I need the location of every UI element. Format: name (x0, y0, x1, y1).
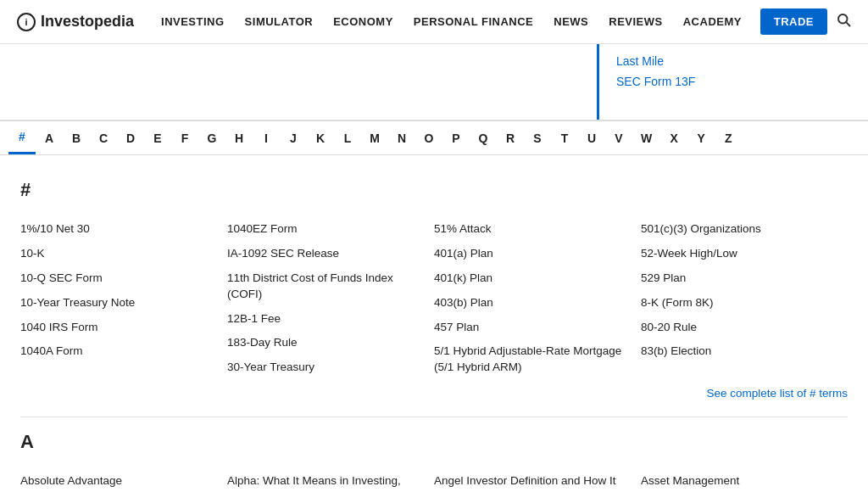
term-link[interactable]: 403(b) Plan (434, 295, 627, 311)
trade-button[interactable]: TRADE (760, 8, 827, 35)
nav-link-personal-finance[interactable]: PERSONAL FINANCE (414, 15, 533, 28)
alpha-nav-F[interactable]: F (171, 123, 198, 154)
term-link[interactable]: 11th District Cost of Funds Index (COFI) (227, 271, 420, 303)
nav-link-academy[interactable]: ACADEMY (683, 15, 742, 28)
alpha-nav-L[interactable]: L (334, 123, 361, 154)
term-link[interactable]: 401(k) Plan (434, 271, 627, 287)
term-link[interactable]: IA-1092 SEC Release (227, 246, 420, 262)
term-link[interactable]: Absolute Advantage (20, 473, 214, 489)
alpha-nav-W[interactable]: W (632, 123, 660, 154)
term-link[interactable]: 1040 IRS Form (20, 320, 214, 336)
term-link[interactable]: 1040EZ Form (227, 221, 420, 238)
alpha-nav-U[interactable]: U (578, 123, 605, 154)
alphabet-nav: #ABCDEFGHIJKLMNOPQRSTUVWXYZ (0, 120, 868, 155)
alpha-nav-C[interactable]: C (90, 123, 117, 154)
term-link[interactable]: 10-K (20, 246, 214, 262)
term-link[interactable]: 5/1 Hybrid Adjustable-Rate Mortgage (5/1… (434, 344, 627, 376)
alpha-nav-N[interactable]: N (388, 123, 415, 154)
alpha-nav-A[interactable]: A (36, 123, 63, 154)
term-link[interactable]: 8-K (Form 8K) (641, 295, 834, 311)
term-link[interactable]: 83(b) Election (641, 344, 834, 360)
a-col-1: Alpha: What It Means in Investing, With … (227, 473, 434, 492)
alpha-nav-Q[interactable]: Q (470, 123, 497, 154)
term-link[interactable]: Angel Investor Definition and How It Wor… (434, 473, 627, 492)
navbar: i Investopedia INVESTINGSIMULATORECONOMY… (0, 0, 868, 44)
hash-col-1: 1040EZ FormIA-1092 SEC Release11th Distr… (227, 221, 434, 376)
alpha-nav-Y[interactable]: Y (687, 123, 715, 154)
alpha-nav-V[interactable]: V (605, 123, 632, 154)
logo-icon: i (17, 13, 36, 31)
alpha-nav-K[interactable]: K (307, 123, 334, 154)
main-content: # 1%/10 Net 3010-K10-Q SEC Form10-Year T… (0, 155, 868, 492)
a-col-0: Absolute AdvantageAccounting Equation (20, 473, 227, 492)
term-link[interactable]: 1%/10 Net 30 (20, 221, 214, 238)
term-link[interactable]: 401(a) Plan (434, 246, 627, 262)
nav-link-investing[interactable]: INVESTING (161, 15, 225, 28)
alpha-nav-X[interactable]: X (660, 123, 687, 154)
nav-links: INVESTINGSIMULATORECONOMYPERSONAL FINANC… (161, 15, 760, 28)
a-section: A Absolute AdvantageAccounting EquationA… (20, 431, 848, 492)
hash-section-header: # (20, 179, 848, 208)
hash-col-0: 1%/10 Net 3010-K10-Q SEC Form10-Year Tre… (20, 221, 227, 376)
alpha-nav-Z[interactable]: Z (715, 123, 742, 154)
term-link[interactable]: 10-Q SEC Form (20, 271, 214, 287)
a-section-header: A (20, 431, 848, 460)
top-link-last-mile[interactable]: Last Mile (616, 54, 851, 68)
term-link[interactable]: 183-Day Rule (227, 335, 420, 351)
top-link-sec-form-13f[interactable]: SEC Form 13F (616, 75, 851, 88)
term-link[interactable]: 10-Year Treasury Note (20, 295, 214, 311)
alpha-nav-M[interactable]: M (361, 123, 388, 154)
a-col-3: Asset ManagementAsset Turnover Ratio Def… (641, 473, 848, 492)
hash-col-3: 501(c)(3) Organizations52-Week High/Low5… (641, 221, 848, 376)
alpha-nav-D[interactable]: D (117, 123, 144, 154)
alpha-nav-P[interactable]: P (442, 123, 470, 154)
svg-line-1 (846, 22, 849, 25)
nav-link-economy[interactable]: ECONOMY (333, 15, 393, 28)
term-link[interactable]: 52-Week High/Low (641, 246, 834, 262)
top-section: Last MileSEC Form 13F (0, 44, 868, 120)
nav-right: TRADE (760, 8, 851, 35)
search-button[interactable] (836, 12, 851, 31)
see-complete-link[interactable]: See complete list of # terms (706, 387, 848, 400)
a-terms-grid: Absolute AdvantageAccounting EquationAlp… (20, 473, 848, 492)
top-right-links: Last MileSEC Form 13F (597, 44, 868, 120)
term-link[interactable]: 529 Plan (641, 271, 834, 287)
alpha-nav-I[interactable]: I (253, 123, 280, 154)
alpha-nav-#[interactable]: # (8, 121, 36, 154)
term-link[interactable]: 30-Year Treasury (227, 360, 420, 376)
alpha-nav-R[interactable]: R (497, 123, 524, 154)
term-link[interactable]: 457 Plan (434, 320, 627, 336)
term-link[interactable]: 12B-1 Fee (227, 311, 420, 327)
term-link[interactable]: 501(c)(3) Organizations (641, 221, 834, 238)
alpha-nav-G[interactable]: G (198, 123, 225, 154)
hash-col-2: 51% Attack401(a) Plan401(k) Plan403(b) P… (434, 221, 641, 376)
alpha-nav-O[interactable]: O (415, 123, 442, 154)
top-left (0, 44, 597, 120)
logo[interactable]: i Investopedia (17, 13, 134, 31)
term-link[interactable]: 1040A Form (20, 344, 214, 360)
alpha-nav-E[interactable]: E (144, 123, 171, 154)
see-complete: See complete list of # terms (20, 386, 848, 400)
nav-link-reviews[interactable]: REVIEWS (609, 15, 662, 28)
hash-terms-grid: 1%/10 Net 3010-K10-Q SEC Form10-Year Tre… (20, 221, 848, 376)
term-link[interactable]: 80-20 Rule (641, 320, 834, 336)
section-divider (20, 417, 848, 417)
term-link[interactable]: Alpha: What It Means in Investing, With … (227, 473, 420, 492)
alpha-nav-H[interactable]: H (225, 123, 253, 154)
a-col-2: Angel Investor Definition and How It Wor… (434, 473, 641, 492)
alpha-nav-J[interactable]: J (280, 123, 307, 154)
alpha-nav-S[interactable]: S (524, 123, 551, 154)
term-link[interactable]: 51% Attack (434, 221, 627, 238)
term-link[interactable]: Asset Management (641, 473, 834, 489)
nav-link-news[interactable]: NEWS (554, 15, 588, 28)
alpha-nav-T[interactable]: T (551, 123, 578, 154)
logo-text: Investopedia (41, 13, 134, 31)
alpha-nav-B[interactable]: B (63, 123, 90, 154)
search-icon (836, 12, 851, 27)
nav-link-simulator[interactable]: SIMULATOR (245, 15, 314, 28)
